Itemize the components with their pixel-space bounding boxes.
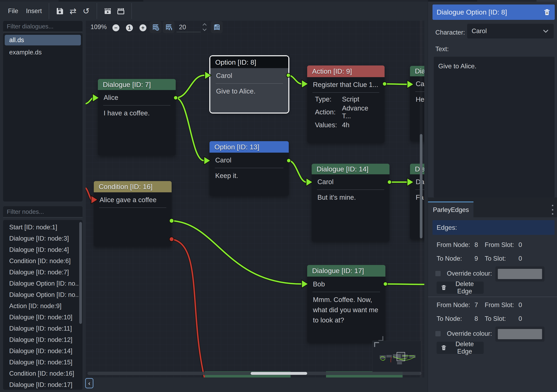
graph-node-dialogue-14[interactable]: Dialogue [ID: 14] Carol But it's mine.	[312, 164, 390, 241]
snap-distance-spinbox[interactable]: 20	[176, 21, 209, 33]
node-resize-handle[interactable]	[378, 336, 383, 341]
character-label: Character:	[435, 29, 465, 36]
canvas-vscrollbar-thumb[interactable]	[420, 134, 422, 238]
sidebar-collapse-button[interactable]: ‹	[85, 378, 93, 388]
node-list-item[interactable]: Dialogue Option [ID: no...	[3, 278, 82, 289]
node-list-item[interactable]: Dialogue Option [ID: no...	[3, 289, 82, 300]
canvas-hscrollbar-thumb[interactable]	[251, 372, 307, 375]
override-colour-checkbox[interactable]	[435, 271, 441, 277]
toggle-grid-icon[interactable]	[150, 21, 161, 33]
to-slot-label: To Slot:	[485, 315, 518, 322]
chevron-down-icon	[542, 28, 549, 35]
node-list-item[interactable]: Dialogue [ID: node:14]	[3, 345, 82, 357]
character-dropdown[interactable]: Carol	[467, 24, 554, 39]
to-node-label: To Node:	[437, 255, 475, 262]
window-top-strip	[0, 0, 557, 2]
to-slot-value: 0	[518, 255, 555, 262]
snap-grid-icon[interactable]	[163, 21, 174, 33]
nodes-list-scrollbar[interactable]	[79, 222, 82, 324]
dialogues-list: all.ds example.ds	[3, 33, 82, 201]
node-list-item[interactable]: Dialogue [ID: node:7]	[3, 267, 82, 278]
node-list-item[interactable]: Dialogue [ID: node:10]	[3, 312, 82, 323]
node-list-item[interactable]: Dialogue [ID: node:12]	[3, 334, 82, 345]
new-dialogue-icon[interactable]	[115, 6, 126, 16]
zoom-in-button[interactable]: +	[139, 24, 147, 31]
to-node-value: 8	[475, 315, 485, 322]
inspector-panel: Dialogue Option [ID: 8] Character: Carol…	[428, 2, 557, 392]
toolbar-separator	[49, 3, 49, 19]
node-list-item[interactable]: Dialogue [ID: node:17]	[3, 379, 82, 390]
graph-minimap[interactable]	[372, 341, 421, 372]
override-colour-label: Override colour:	[447, 330, 492, 337]
edge-entry: From Node: 8 From Slot: 0 To Node: 9 To …	[428, 237, 557, 297]
option-text-area[interactable]: Give to Alice.	[434, 57, 555, 197]
node-character-row: Carol	[312, 174, 390, 189]
node-header[interactable]: Option [ID: 13]	[210, 141, 289, 153]
swap-icon[interactable]: ⇄	[68, 6, 78, 16]
graph-node-option-13[interactable]: Option [ID: 13] Carol Keep it.	[210, 141, 289, 196]
node-header[interactable]: Dialogue [ID: 7]	[98, 79, 176, 90]
nodes-list: Start [ID: node:1] Dialogue [ID: node:3]…	[3, 220, 82, 390]
from-node-value: 7	[475, 301, 485, 309]
node-text-row: But it's mine.	[312, 190, 390, 205]
graph-node-dialogue-7[interactable]: Dialogue [ID: 7] Alice I have a coffee.	[98, 79, 176, 155]
node-list-item[interactable]: Dialogue [ID: node:4]	[3, 244, 82, 255]
spin-down-icon[interactable]	[202, 27, 207, 32]
node-text-row: I have a coffee.	[98, 105, 176, 121]
node-list-item[interactable]: Start [ID: node:1]	[3, 222, 82, 233]
from-node-label: From Node:	[437, 301, 475, 309]
node-text-row: Keep it.	[210, 168, 289, 183]
from-slot-label: From Slot:	[485, 241, 518, 248]
snap-distance-value[interactable]: 20	[179, 24, 186, 31]
node-header[interactable]: Dialogue [ID: 17]	[307, 265, 385, 277]
graph-node-condition-16[interactable]: Condition [ID: 16] Alice gave a coffee t…	[94, 181, 172, 246]
node-header[interactable]: Option [ID: 8]	[210, 56, 288, 68]
to-slot-label: To Slot:	[485, 255, 518, 262]
node-list-item[interactable]: Condition [ID: node:16]	[3, 368, 82, 379]
tab-options-icon[interactable]	[550, 205, 555, 215]
dialogue-file-item[interactable]: example.ds	[5, 47, 81, 58]
node-header[interactable]: Action [ID: 9]	[307, 65, 385, 77]
node-list-item[interactable]: Dialogue [ID: node:11]	[3, 323, 82, 334]
override-colour-swatch[interactable]	[495, 266, 545, 281]
node-header[interactable]: Condition [ID: 16]	[94, 181, 172, 192]
delete-edge-button[interactable]: Delete Edge	[437, 281, 484, 294]
node-list-item[interactable]: Condition [ID: node:6]	[3, 255, 82, 267]
node-list-item[interactable]: Action [ID: node:9]	[3, 300, 82, 312]
inspector-title: Dialogue Option [ID: 8]	[437, 8, 507, 16]
filter-dialogues-input[interactable]	[7, 23, 86, 30]
edges-list: From Node: 8 From Slot: 0 To Node: 9 To …	[428, 237, 557, 356]
graph-node-action-9[interactable]: Action [ID: 9] Register that Clue 1... T…	[307, 65, 385, 143]
node-text-row: Mmm. Coffee. Now, what did you want me t…	[307, 292, 385, 325]
minimap-resize-handle[interactable]	[374, 342, 379, 347]
override-colour-checkbox[interactable]	[435, 331, 441, 337]
dialogue-file-item[interactable]: all.ds	[5, 35, 81, 45]
filter-nodes-input[interactable]	[7, 208, 86, 215]
save-icon[interactable]	[55, 6, 65, 16]
menu-file[interactable]: File	[5, 6, 21, 16]
edges-section-header: Edges:	[433, 220, 555, 235]
undo-icon[interactable]: ↺	[81, 6, 91, 16]
node-list-item[interactable]: Dialogue [ID: node:15]	[3, 357, 82, 368]
toggle-minimap-icon[interactable]	[211, 21, 223, 33]
zoom-reset-button[interactable]: 1	[126, 24, 133, 31]
to-node-value: 9	[475, 255, 485, 262]
override-colour-swatch[interactable]	[495, 327, 545, 342]
trash-icon[interactable]	[543, 8, 551, 16]
run-dialogue-icon[interactable]	[102, 6, 113, 16]
delete-edge-button[interactable]: Delete Edge	[437, 342, 484, 354]
zoom-out-button[interactable]: −	[112, 24, 119, 31]
filter-dialogues-box	[3, 21, 82, 32]
node-header[interactable]: Dialogue [ID: 14]	[312, 164, 390, 174]
trash-icon	[441, 345, 447, 351]
node-list-item[interactable]: Dialogue [ID: node:3]	[3, 233, 82, 244]
menu-insert[interactable]: Insert	[23, 6, 45, 16]
node-slot-row: Register that Clue 1...	[307, 77, 385, 92]
zoom-percent: 109%	[90, 23, 107, 31]
minimap-viewport[interactable]	[397, 352, 405, 361]
graph-node-option-8[interactable]: Option [ID: 8] Carol Give to Alice.	[210, 56, 288, 112]
graph-node-dialogue-17[interactable]: Dialogue [ID: 17] Bob Mmm. Coffee. Now, …	[307, 265, 385, 343]
spin-up-icon[interactable]	[202, 22, 207, 27]
tab-parley-edges[interactable]: ParleyEdges	[428, 201, 474, 217]
graph-canvas[interactable]: Dialogue [ID: 7] Alice I have a coffee. …	[86, 20, 424, 377]
